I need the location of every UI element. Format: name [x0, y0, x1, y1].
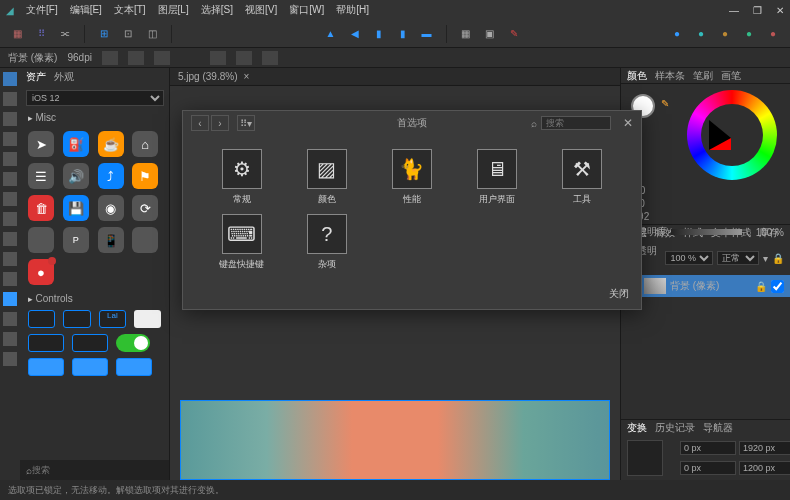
align-left-icon[interactable]: ◀ — [346, 25, 364, 43]
dialog-close-icon[interactable]: ✕ — [623, 116, 633, 130]
menu-window[interactable]: 窗口[W] — [289, 3, 324, 17]
asset-location-icon[interactable]: ➤ — [28, 131, 54, 157]
grid2-icon[interactable]: ▦ — [457, 25, 475, 43]
control-button-1[interactable] — [28, 310, 55, 328]
opacity-slider[interactable] — [671, 229, 742, 235]
persona-develop-icon[interactable]: ● — [716, 25, 734, 43]
brush-tool[interactable] — [3, 152, 17, 166]
menu-edit[interactable]: 编辑[E] — [70, 3, 102, 17]
menu-text[interactable]: 文本[T] — [114, 3, 146, 17]
erase-tool[interactable] — [3, 212, 17, 226]
ctx-tool-4[interactable] — [210, 51, 226, 65]
asset-red-dot-icon[interactable]: ● — [28, 259, 54, 285]
h-input[interactable] — [739, 461, 790, 475]
dialog-search-input[interactable] — [541, 116, 611, 130]
asset-list-icon[interactable]: ☰ — [28, 163, 54, 189]
asset-home-icon[interactable]: ⌂ — [132, 131, 158, 157]
color-picker-tool[interactable] — [3, 352, 17, 366]
zoom-tool[interactable] — [3, 312, 17, 326]
tab-history[interactable]: 历史记录 — [655, 421, 695, 435]
node-tool[interactable] — [3, 92, 17, 106]
asset-trash-icon[interactable]: 🗑 — [28, 195, 54, 221]
ctx-tool-5[interactable] — [236, 51, 252, 65]
pref-general[interactable]: ⚙常规 — [203, 149, 280, 206]
control-slider-2[interactable] — [72, 358, 108, 376]
share-icon[interactable]: ⫘ — [56, 25, 74, 43]
asset-disk-icon[interactable]: 💾 — [63, 195, 89, 221]
pen-icon[interactable]: ✎ — [505, 25, 523, 43]
pref-performance[interactable]: 🐈性能 — [373, 149, 450, 206]
dialog-close-button[interactable]: 关闭 — [609, 287, 629, 301]
dialog-grid-button[interactable]: ⠿▾ — [237, 115, 255, 131]
menu-layer[interactable]: 图层[L] — [158, 3, 189, 17]
ctx-tool-6[interactable] — [262, 51, 278, 65]
asset-fuel-icon[interactable]: ⛽ — [63, 131, 89, 157]
clone-tool[interactable] — [3, 172, 17, 186]
pref-shortcuts[interactable]: ⌨键盘快捷键 — [203, 214, 280, 271]
ctx-tool-3[interactable] — [154, 51, 170, 65]
heal-tool[interactable] — [3, 192, 17, 206]
preset-select[interactable]: iOS 12 — [26, 90, 164, 106]
layer-lock-icon[interactable]: 🔒 — [755, 281, 767, 292]
tab-brushes[interactable]: 画笔 — [721, 69, 741, 83]
persona-photo-icon[interactable]: ● — [668, 25, 686, 43]
pref-misc[interactable]: ?杂项 — [288, 214, 365, 271]
maximize-icon[interactable]: ❐ — [753, 5, 762, 16]
tab-transform[interactable]: 变换 — [627, 421, 647, 435]
layer-check[interactable] — [771, 280, 784, 293]
tab-navigator[interactable]: 导航器 — [703, 421, 733, 435]
eyedropper-icon[interactable]: ✎ — [661, 98, 669, 109]
menu-view[interactable]: 视图[V] — [245, 3, 277, 17]
control-segment-1[interactable] — [28, 334, 64, 352]
layer-opacity-select[interactable]: 100 % — [665, 251, 713, 265]
asset-cup-icon[interactable]: ☕ — [98, 131, 124, 157]
y-input[interactable] — [680, 461, 736, 475]
snap-icon[interactable]: ⊞ — [95, 25, 113, 43]
pen-tool[interactable] — [3, 272, 17, 286]
control-slider-3[interactable] — [116, 358, 152, 376]
marquee-icon[interactable]: ◫ — [143, 25, 161, 43]
minimize-icon[interactable]: — — [729, 5, 739, 16]
layers-icon[interactable]: ▣ — [481, 25, 499, 43]
tab-brush[interactable]: 笔刷 — [693, 69, 713, 83]
w-input[interactable] — [739, 441, 790, 455]
tab-swatches[interactable]: 样本条 — [655, 69, 685, 83]
control-button-3[interactable]: Lal — [99, 310, 126, 328]
shape-tool[interactable] — [3, 252, 17, 266]
dialog-back-button[interactable]: ‹ — [191, 115, 209, 131]
control-slider-1[interactable] — [28, 358, 64, 376]
close-window-icon[interactable]: ✕ — [776, 5, 784, 16]
pref-ui[interactable]: 🖥用户界面 — [459, 149, 536, 206]
menu-file[interactable]: 文件[F] — [26, 3, 58, 17]
asset-search[interactable]: ⌕ — [20, 460, 169, 480]
persona-export-icon[interactable]: ● — [764, 25, 782, 43]
tab-color[interactable]: 颜色 — [627, 69, 647, 83]
menu-help[interactable]: 帮助[H] — [336, 3, 369, 17]
align-center-icon[interactable]: ▮ — [370, 25, 388, 43]
crop-tool[interactable] — [3, 112, 17, 126]
asset-spinner-icon[interactable]: ⟳ — [132, 195, 158, 221]
document-tab[interactable]: 5.jpg (39.8%) × — [170, 68, 620, 86]
align-icon[interactable]: ⊡ — [119, 25, 137, 43]
control-switch[interactable] — [116, 334, 150, 352]
asset-applepay-icon[interactable]: P — [63, 227, 89, 253]
grid-icon[interactable]: ▦ — [8, 25, 26, 43]
anchor-selector[interactable] — [627, 440, 663, 476]
color-triangle[interactable] — [709, 120, 731, 150]
selection-tool[interactable] — [3, 132, 17, 146]
control-button-2[interactable] — [63, 310, 90, 328]
persona-tone-icon[interactable]: ● — [740, 25, 758, 43]
asset-fingerprint-icon[interactable]: ◉ — [98, 195, 124, 221]
x-input[interactable] — [680, 441, 736, 455]
asset-search-input[interactable] — [32, 465, 163, 475]
distribute-icon[interactable]: ▬ — [418, 25, 436, 43]
flip-h-icon[interactable]: ▲ — [322, 25, 340, 43]
asset-phone-icon[interactable]: 📱 — [98, 227, 124, 253]
asset-blank[interactable] — [132, 227, 158, 253]
dialog-forward-button[interactable]: › — [211, 115, 229, 131]
layer-menu-icon[interactable]: ▾ — [763, 253, 768, 264]
align-right-icon[interactable]: ▮ — [394, 25, 412, 43]
persona-liquify-icon[interactable]: ● — [692, 25, 710, 43]
color-wheel[interactable] — [687, 90, 777, 180]
lock-icon[interactable]: 🔒 — [772, 253, 784, 264]
